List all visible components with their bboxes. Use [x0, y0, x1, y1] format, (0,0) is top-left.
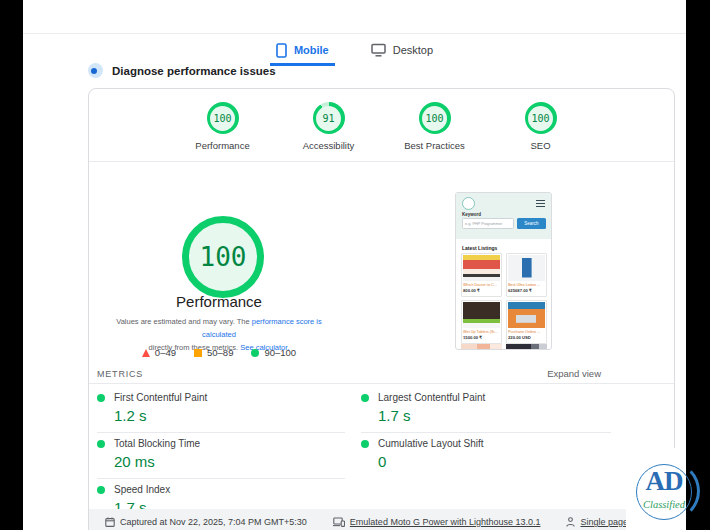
performance-section-title: Performance	[119, 293, 319, 310]
gauge-label: Best Practices	[404, 140, 465, 151]
legend-range: 50–89	[207, 347, 233, 358]
devices-icon	[333, 517, 345, 527]
left-black-bar	[0, 0, 23, 530]
emulated-device-link[interactable]: Emulated Moto G Power with Lighthouse 13…	[350, 517, 541, 527]
mobile-phone-icon	[276, 43, 287, 58]
metric-total-blocking-time: Total Blocking Time 20 ms	[97, 433, 345, 479]
listing-price: 625687.00 ₹	[508, 288, 545, 293]
listing-card: Purchase Online ... 220.00 USD	[506, 300, 547, 344]
gauge-score: 100	[210, 106, 235, 131]
header-divider	[23, 33, 686, 34]
thumb-listing-grid: Which Doctor to C... 800.00 ₹ Best Ultra…	[461, 253, 548, 344]
legend-average: 50–89	[194, 347, 233, 358]
right-black-bar	[686, 0, 710, 530]
gauges-divider	[89, 161, 674, 162]
listing-price: 220.00 USD	[508, 335, 545, 340]
pass-dot-icon	[97, 440, 105, 448]
performance-score-value: 100	[200, 242, 247, 272]
diagnose-row: Diagnose performance issues	[88, 63, 276, 78]
gauge-seo[interactable]: 100 SEO	[505, 102, 577, 151]
legend-range: 0–49	[155, 347, 176, 358]
metric-value: 1.7 s	[378, 407, 611, 424]
pass-dot-icon	[97, 394, 105, 402]
green-circle-icon	[251, 349, 259, 357]
report-card: 100 Performance 91 Accessibility 100 Bes…	[88, 88, 675, 530]
listing-card: Which Doctor to C... 800.00 ₹	[461, 253, 502, 297]
legend-fail: 0–49	[142, 347, 176, 358]
gauge-ring: 100	[525, 102, 557, 134]
capture-info-bar: Captured at Nov 22, 2025, 7:04 PM GMT+5:…	[89, 509, 674, 530]
thumb-search-input: e.g. PHP Programmer	[462, 218, 514, 229]
capture-timestamp: Captured at Nov 22, 2025, 7:04 PM GMT+5:…	[105, 517, 307, 527]
tab-mobile[interactable]: Mobile	[270, 40, 335, 66]
gauge-score: 100	[528, 106, 553, 131]
listing-image	[506, 344, 547, 350]
listing-price: 1500.00 ₹	[463, 335, 500, 340]
watermark-logo-subtext: Classified	[636, 499, 692, 510]
pagespeed-report: Mobile Desktop Diagnose performance issu…	[0, 0, 710, 530]
metric-largest-contentful-paint: Largest Contentful Paint 1.7 s	[361, 387, 611, 433]
gauge-ring: 100	[419, 102, 451, 134]
desktop-monitor-icon	[371, 43, 386, 57]
metric-first-contentful-paint: First Contentful Paint 1.2 s	[97, 387, 345, 433]
orange-square-icon	[194, 349, 202, 357]
score-legend: 0–49 50–89 90–100	[89, 347, 349, 358]
performance-score-gauge: 100	[182, 216, 264, 298]
metric-label: First Contentful Paint	[114, 392, 207, 403]
listing-card: Best Ultra Lotion ... 625687.00 ₹	[506, 253, 547, 297]
thumb-listings-heading: Latest Listings	[462, 245, 497, 251]
thumb-search-button: Search	[517, 218, 546, 229]
listing-title: Which Doctor to C...	[463, 283, 500, 287]
metrics-header: METRICS Expand view	[97, 368, 601, 379]
metric-label: Largest Contentful Paint	[378, 392, 485, 403]
gauge-score: 91	[316, 106, 341, 131]
legend-pass: 90–100	[251, 347, 296, 358]
listing-title: Purchase Online ...	[508, 330, 545, 334]
legend-range: 90–100	[264, 347, 296, 358]
listing-image	[463, 255, 500, 281]
metric-label: Speed Index	[114, 484, 170, 495]
listing-image	[508, 255, 545, 281]
page-screenshot-thumbnail[interactable]: Keyword e.g. PHP Programmer Search Lates…	[455, 192, 552, 350]
metric-label: Cumulative Layout Shift	[378, 438, 484, 449]
diagnose-label: Diagnose performance issues	[112, 65, 276, 77]
metric-value: 20 ms	[114, 453, 345, 470]
gauge-label: Performance	[195, 140, 249, 151]
gauge-performance[interactable]: 100 Performance	[187, 102, 259, 151]
gauge-best-practices[interactable]: 100 Best Practices	[399, 102, 471, 151]
metrics-column-left: First Contentful Paint 1.2 s Total Block…	[97, 387, 345, 524]
watermark-logo-text: AD	[638, 466, 690, 497]
thumb-keyword-label: Keyword	[462, 212, 481, 217]
calendar-icon	[105, 517, 115, 527]
metric-value: 1.2 s	[114, 407, 345, 424]
gauge-ring: 91	[313, 102, 345, 134]
pass-dot-icon	[361, 440, 369, 448]
gauge-label: Accessibility	[303, 140, 355, 151]
desc-text: Values are estimated and may vary. The	[116, 317, 251, 326]
thumb-site-logo	[462, 197, 475, 210]
listing-title: Best Ultra Lotion ...	[508, 283, 545, 287]
insights-icon[interactable]	[88, 63, 103, 78]
metric-cumulative-layout-shift: Cumulative Layout Shift 0	[361, 433, 611, 478]
expand-view-button[interactable]: Expand view	[547, 368, 601, 379]
gauge-ring: 100	[207, 102, 239, 134]
metrics-divider	[89, 383, 674, 384]
capture-timestamp-text: Captured at Nov 22, 2025, 7:04 PM GMT+5:…	[120, 517, 307, 527]
pass-dot-icon	[361, 394, 369, 402]
listing-image	[461, 344, 502, 350]
gauge-label: SEO	[530, 140, 550, 151]
pass-dot-icon	[97, 486, 105, 494]
category-gauges: 100 Performance 91 Accessibility 100 Bes…	[89, 102, 674, 151]
thumb-partial-row	[461, 344, 548, 350]
gauge-score: 100	[422, 106, 447, 131]
tab-desktop-label: Desktop	[393, 44, 433, 56]
gauge-accessibility[interactable]: 91 Accessibility	[293, 102, 365, 151]
tab-desktop[interactable]: Desktop	[365, 40, 439, 66]
listing-title: Wet Up Tablets (Si...	[463, 330, 500, 334]
listing-image	[463, 302, 500, 328]
tab-mobile-label: Mobile	[294, 44, 329, 56]
person-icon	[566, 517, 575, 527]
metric-label: Total Blocking Time	[114, 438, 200, 449]
listing-price: 800.00 ₹	[463, 288, 500, 293]
listing-image	[508, 302, 545, 328]
